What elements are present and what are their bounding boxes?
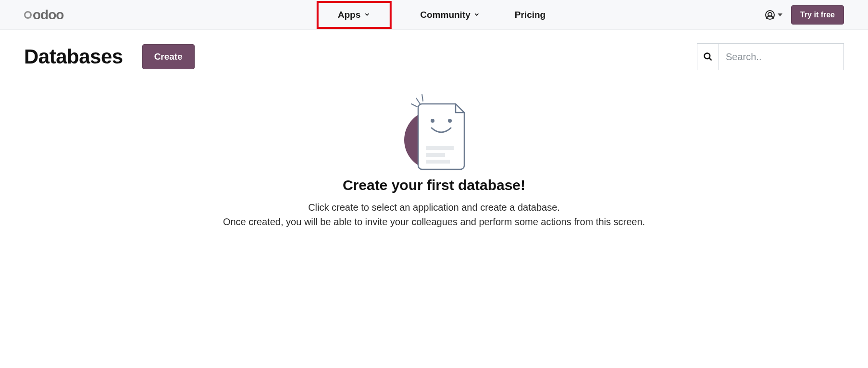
nav-pricing[interactable]: Pricing [509,5,551,25]
svg-line-3 [416,98,420,104]
brand-text: odoo [33,7,63,23]
svg-line-4 [422,94,423,101]
svg-rect-10 [426,160,450,164]
caret-down-icon [778,13,782,16]
svg-point-7 [448,119,452,123]
svg-line-1 [709,58,712,61]
page-header: Databases Create [0,30,868,75]
search-box [697,43,844,70]
brand-logo[interactable]: odoo [24,7,63,23]
svg-point-6 [431,119,434,123]
empty-state-line1: Click create to select an application an… [218,200,650,215]
svg-point-0 [705,53,710,59]
svg-line-5 [411,104,417,107]
svg-rect-8 [426,146,454,150]
empty-state-illustration-icon [398,94,470,171]
nav-right: Try it free [765,5,844,25]
empty-state-line2: Once created, you will be able to invite… [218,215,650,229]
nav-community[interactable]: Community [414,5,486,25]
search-input[interactable] [719,43,844,70]
create-button[interactable]: Create [142,44,195,69]
chevron-down-icon [473,10,480,20]
empty-state-heading: Create your first database! [218,177,650,193]
empty-state: Create your first database! Click create… [218,94,650,229]
user-menu[interactable] [765,10,782,20]
nav-community-label: Community [420,10,471,20]
user-icon [765,10,775,20]
logo-o-icon [24,11,32,19]
nav-apps-label: Apps [338,10,361,20]
chevron-down-icon [363,10,370,20]
top-navbar: odoo Apps Community Pricing Try it free [0,0,868,30]
nav-apps[interactable]: Apps [317,1,392,29]
try-it-free-button[interactable]: Try it free [791,5,844,25]
main-nav: Apps Community Pricing [317,1,551,29]
svg-rect-9 [426,153,445,157]
nav-pricing-label: Pricing [515,10,546,20]
search-icon[interactable] [697,43,719,70]
page-title: Databases [24,45,123,68]
